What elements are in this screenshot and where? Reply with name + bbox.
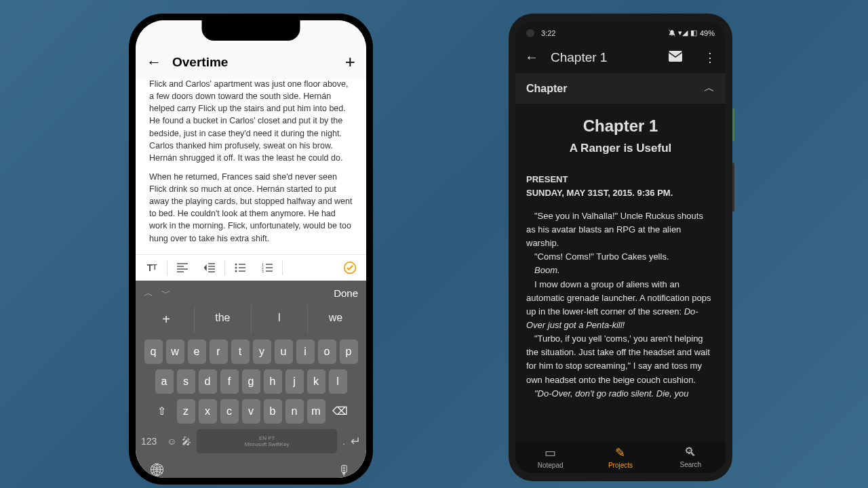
key-f[interactable]: f [220,369,239,394]
key-v[interactable]: v [242,399,260,424]
paragraph[interactable]: "Coms! Coms!" Turbo Cakes yells. [526,250,715,264]
numbered-list-icon[interactable]: 123 [260,261,274,274]
chapter-dropdown[interactable]: Chapter ︿ [515,73,726,104]
numeric-key[interactable]: 123 [141,436,161,447]
scene-tag: PRESENT [526,173,715,186]
pixel-device: 3:22 🔕︎ ▾◢ ◧ 49% ← Chapter 1 ⋮ Chapter ︿… [509,14,732,481]
keyboard: ︿ ﹀ Done + the I we qwertyuiop asdfghjkl… [136,281,366,478]
paragraph[interactable]: "See you in Valhalla!" Uncle Ruckus shou… [526,209,715,250]
bottom-nav: ▭ Notepad ✎ Projects 🔍︎ Search [515,441,726,473]
paragraph[interactable]: I mow down a group of aliens with an aut… [526,278,715,333]
shift-key[interactable]: ⇧ [151,399,174,424]
pixel-screen: 3:22 🔕︎ ▾◢ ◧ 49% ← Chapter 1 ⋮ Chapter ︿… [515,22,726,473]
suggestion-bar: + the I we [136,302,366,337]
notch [202,20,300,41]
suggestion[interactable]: the [195,305,251,334]
nav-notepad[interactable]: ▭ Notepad [515,445,585,469]
suggestion[interactable]: we [308,305,363,334]
kb-row-1: qwertyuiop [136,337,366,367]
globe-icon[interactable]: 🌐︎ [151,463,164,478]
suggestion[interactable]: + [138,305,195,334]
paragraph[interactable]: "Do-Over, don't go radio silent. Die, yo… [526,387,715,401]
key-n[interactable]: n [285,399,304,424]
key-d[interactable]: d [199,369,217,394]
svg-point-2 [235,270,237,272]
key-k[interactable]: k [307,369,326,394]
key-z[interactable]: z [177,399,195,424]
dnd-icon: 🔕︎ [668,29,675,37]
bullet-list-icon[interactable] [233,261,247,274]
editor-content[interactable]: Flick and Carlos' apartment was just one… [136,79,366,254]
done-check-icon[interactable] [343,261,357,274]
suggestion[interactable]: I [252,305,308,334]
text-format-icon[interactable]: TT [145,261,159,274]
chapter-label: Chapter [526,83,704,95]
add-icon[interactable]: + [345,52,355,73]
paragraph[interactable]: When he returned, Frances said she'd nev… [149,171,353,245]
paragraph[interactable]: Boom. [526,264,715,277]
key-s[interactable]: s [177,369,195,394]
key-t[interactable]: t [231,340,250,364]
nav-search[interactable]: 🔍︎ Search [656,445,726,469]
key-i[interactable]: i [296,340,315,364]
power-button [732,108,734,141]
comma-key[interactable]: . [342,436,345,447]
backspace-key[interactable]: ⌫ [329,399,352,424]
key-a[interactable]: a [155,369,174,394]
chapter-subtitle: A Ranger is Useful [526,140,715,157]
return-key[interactable]: ↵ [351,434,361,449]
align-icon[interactable] [176,261,189,274]
key-g[interactable]: g [242,369,260,394]
svg-rect-7 [669,51,682,62]
key-l[interactable]: l [329,369,347,394]
paragraph[interactable]: Flick and Carlos' apartment was just one… [149,79,353,164]
kb-footer: 🌐︎ 🎙︎ [136,456,366,478]
key-e[interactable]: e [188,340,206,364]
volume-button [732,163,734,211]
dictation-icon[interactable]: 🎙︎ [338,463,351,478]
chapter-title: Chapter 1 [526,113,715,138]
keyboard-nav: ︿ ﹀ Done [136,285,366,302]
nav-projects[interactable]: ✎ Projects [585,445,655,469]
key-c[interactable]: c [220,399,239,424]
svg-point-0 [235,263,237,265]
key-w[interactable]: w [166,340,184,364]
separator [224,260,225,275]
key-j[interactable]: j [285,369,304,394]
chapter-content[interactable]: Chapter 1 A Ranger is Useful PRESENT SUN… [515,113,726,401]
key-y[interactable]: y [253,340,271,364]
svg-text:3: 3 [262,269,264,272]
story-body[interactable]: "See you in Valhalla!" Uncle Ruckus shou… [526,209,715,401]
key-b[interactable]: b [264,399,282,424]
key-u[interactable]: u [275,340,293,364]
kb-row-3: ⇧ zxcvbnm ⌫ [136,396,366,426]
key-r[interactable]: r [210,340,228,364]
emoji-icon[interactable]: ☺ [167,436,176,447]
kb-up-icon[interactable]: ︿ [144,287,153,300]
battery-icon: ◧ [690,28,697,37]
indent-icon[interactable] [203,261,216,274]
key-q[interactable]: q [144,340,163,364]
kb-done-button[interactable]: Done [334,287,358,299]
paragraph[interactable]: "Turbo, if you yell 'coms,' you aren't h… [526,332,715,387]
separator [167,260,167,275]
more-icon[interactable]: ⋮ [704,50,716,65]
svg-point-1 [235,266,237,268]
format-toolbar: TT 123 [136,254,366,281]
mic-icon[interactable]: 🎤︎ [182,436,191,447]
status-icons: 🔕︎ ▾◢ ◧ 49% [668,28,715,37]
key-x[interactable]: x [199,399,217,424]
mail-icon[interactable] [669,51,682,64]
scene-datetime: SUNDAY, MAY 31ST, 2015. 9:36 PM. [526,186,715,200]
spacebar[interactable]: EN PT Microsoft SwiftKey [197,429,337,453]
back-icon[interactable]: ← [146,54,161,71]
key-p[interactable]: p [340,340,358,364]
page-title: Overtime [172,55,334,70]
back-icon[interactable]: ← [525,49,538,65]
key-h[interactable]: h [264,369,282,394]
key-m[interactable]: m [307,399,326,424]
search-icon: 🔍︎ [684,445,696,460]
kb-down-icon[interactable]: ﹀ [161,287,171,300]
page-title: Chapter 1 [551,50,656,65]
key-o[interactable]: o [318,340,336,364]
